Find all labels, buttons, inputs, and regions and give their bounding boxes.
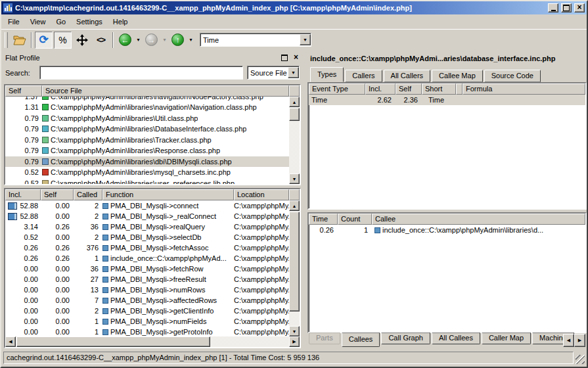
function-vscroll-thumb[interactable] bbox=[289, 212, 300, 311]
menu-view[interactable]: View bbox=[25, 16, 51, 28]
tab-callers[interactable]: Callers bbox=[345, 70, 382, 82]
file-scroll-down-icon[interactable] bbox=[289, 173, 300, 184]
function-col-self[interactable]: Self bbox=[41, 189, 74, 200]
function-row[interactable]: 0.000.001PMA_DBI_Mysqli->numFieldsC:\xam… bbox=[5, 316, 289, 327]
tab-callees[interactable]: Callees bbox=[342, 333, 380, 347]
function-row[interactable]: 52.880.002PMA_DBI_Mysqli->connectC:\xamp… bbox=[5, 200, 289, 211]
callees-col-time[interactable]: Time bbox=[309, 214, 338, 225]
function-scroll-down-icon[interactable] bbox=[289, 326, 300, 336]
types-col-short[interactable]: Short bbox=[422, 83, 456, 95]
function-row[interactable]: 0.260.261include_once::C:\xampp\phpMyAd.… bbox=[5, 253, 289, 264]
file-row[interactable]: 0.79C:\xampp\phpMyAdmin\libraries\Databa… bbox=[5, 124, 289, 135]
forward-dropdown[interactable] bbox=[161, 33, 168, 47]
tab-scroll-right-icon[interactable] bbox=[574, 334, 585, 347]
menu-help[interactable]: Help bbox=[108, 16, 133, 28]
function-scroll-up-icon[interactable] bbox=[289, 200, 300, 211]
types-col-self[interactable]: Self bbox=[396, 83, 422, 95]
tab-call-graph[interactable]: Call Graph bbox=[381, 333, 430, 344]
function-row[interactable]: 0.000.007PMA_DBI_Mysqli->affectedRowsC:\… bbox=[5, 295, 289, 306]
tab-caller-map[interactable]: Caller Map bbox=[482, 333, 531, 344]
function-row[interactable]: 0.000.001PMA_DBI_Mysqli->getProtoInfoC:\… bbox=[5, 327, 289, 336]
toolbar-grip[interactable] bbox=[5, 32, 8, 48]
file-path: C:\xampp\phpMyAdmin\libraries\DatabaseIn… bbox=[51, 125, 246, 133]
function-col-function[interactable]: Function bbox=[102, 189, 234, 200]
up-dropdown[interactable] bbox=[187, 33, 194, 47]
reload-button[interactable] bbox=[35, 32, 53, 49]
file-row[interactable]: 0.52C:\xampp\phpMyAdmin\libraries\user_p… bbox=[5, 178, 289, 185]
minimize-button[interactable] bbox=[548, 3, 558, 12]
close-button[interactable] bbox=[574, 3, 585, 12]
dock-float-icon[interactable] bbox=[279, 54, 289, 62]
detail-panel: include_once::C:\xampp\phpMyAdmi...aries… bbox=[306, 51, 585, 348]
tab-scroll-left-icon[interactable] bbox=[563, 334, 574, 347]
function-scroll-right-icon[interactable] bbox=[289, 336, 300, 347]
function-row[interactable]: 0.000.0013PMA_DBI_Mysqli->numRowsC:\xamp… bbox=[5, 285, 289, 295]
menu-file[interactable]: File bbox=[3, 16, 25, 28]
event-type-dropdown-icon[interactable] bbox=[300, 34, 311, 45]
callee-row[interactable]: 0.261include_once::C:\xampp\phpMyAdmin\l… bbox=[309, 225, 585, 235]
file-row[interactable]: 0.79C:\xampp\phpMyAdmin\libraries\dbi\DB… bbox=[5, 156, 289, 168]
file-row[interactable]: 1.37C:\xampp\phpMyAdmin\libraries\naviga… bbox=[5, 97, 289, 102]
function-col-incl[interactable]: Incl. bbox=[5, 189, 41, 200]
file-row[interactable]: 0.52C:\xampp\phpMyAdmin\libraries\mysql_… bbox=[5, 167, 289, 178]
event-type-combobox[interactable]: Time bbox=[200, 33, 311, 47]
tab-source-code[interactable]: Source Code bbox=[484, 70, 541, 82]
percent-relative-button[interactable] bbox=[54, 32, 72, 49]
function-row[interactable]: 3.140.2636PMA_DBI_Mysqli->realQueryC:\xa… bbox=[5, 221, 289, 232]
tab-callee-map[interactable]: Callee Map bbox=[432, 70, 483, 82]
move-button[interactable] bbox=[73, 32, 91, 49]
function-self-value: 0.00 bbox=[41, 328, 74, 336]
search-input[interactable] bbox=[39, 66, 243, 80]
group-dropdown-icon[interactable] bbox=[288, 67, 299, 78]
forward-button[interactable] bbox=[143, 32, 160, 49]
types-col-spacer[interactable] bbox=[456, 83, 463, 95]
menu-go[interactable]: Go bbox=[51, 16, 71, 28]
menu-bar: FileViewGoSettingsHelp bbox=[1, 14, 587, 29]
file-row[interactable]: 1.31C:\xampp\phpMyAdmin\libraries\naviga… bbox=[5, 102, 289, 113]
function-row[interactable]: 0.520.002PMA_DBI_Mysqli->selectDbC:\xamp… bbox=[5, 232, 289, 242]
callees-col-callee[interactable]: Callee bbox=[372, 214, 585, 225]
function-row[interactable]: 0.260.26376PMA_DBI_Mysqli->fetchAssocC:\… bbox=[5, 242, 289, 253]
file-color-icon bbox=[42, 104, 49, 110]
open-file-button[interactable] bbox=[11, 32, 28, 49]
function-col-location[interactable]: Location bbox=[234, 189, 289, 200]
function-hscrollbar[interactable] bbox=[5, 336, 300, 347]
group-combobox[interactable]: Source File bbox=[247, 66, 300, 80]
function-row[interactable]: 52.880.002PMA_DBI_Mysqli->_realConnectC:… bbox=[5, 211, 289, 221]
file-row[interactable]: 0.79C:\xampp\phpMyAdmin\libraries\Tracke… bbox=[5, 135, 289, 146]
tab-types[interactable]: Types bbox=[310, 67, 344, 82]
function-row[interactable]: 0.000.002PMA_DBI_Mysqli->getClientInfoC:… bbox=[5, 306, 289, 316]
file-col-self[interactable]: Self bbox=[5, 85, 42, 97]
back-dropdown[interactable] bbox=[135, 33, 142, 47]
function-location: C:\xampp\phpMy... bbox=[234, 244, 289, 252]
file-scroll-thumb[interactable] bbox=[289, 108, 300, 121]
function-row[interactable]: 0.000.0027PMA_DBI_Mysqli->freeResultC:\x… bbox=[5, 274, 289, 285]
function-vscrollbar[interactable] bbox=[289, 200, 300, 336]
types-col-event-type[interactable]: Event Type bbox=[309, 83, 365, 95]
callees-col-count[interactable]: Count bbox=[338, 214, 372, 225]
file-col-source-file[interactable]: Source File bbox=[42, 85, 289, 97]
back-button[interactable] bbox=[116, 32, 134, 49]
tab-all-callers[interactable]: All Callers bbox=[384, 70, 431, 82]
types-col-incl-[interactable]: Incl. bbox=[365, 83, 396, 95]
flat-profile-panel: Flat Profile Search: Source File SelfSou… bbox=[3, 51, 302, 348]
dock-titlebar[interactable]: Flat Profile bbox=[5, 53, 301, 63]
maximize-button[interactable] bbox=[561, 3, 572, 12]
title-bar[interactable]: C:\xampp\tmp\cachegrind.out.1416463299-C… bbox=[1, 1, 587, 14]
function-row[interactable]: 0.000.0036PMA_DBI_Mysqli->fetchRowC:\xam… bbox=[5, 264, 289, 274]
types-col-formula[interactable]: Formula bbox=[463, 83, 585, 95]
tab-all-callees[interactable]: All Callees bbox=[432, 333, 480, 344]
dock-close-icon[interactable] bbox=[291, 54, 301, 62]
function-scroll-left-icon[interactable] bbox=[5, 336, 16, 347]
swap-icon-button[interactable] bbox=[92, 32, 110, 49]
file-row[interactable]: 0.79C:\xampp\phpMyAdmin\libraries\Respon… bbox=[5, 145, 289, 156]
function-hscroll-thumb[interactable] bbox=[16, 336, 210, 347]
file-scroll-up-icon[interactable] bbox=[289, 97, 300, 107]
up-button[interactable] bbox=[169, 32, 187, 49]
menu-settings[interactable]: Settings bbox=[71, 16, 108, 28]
resize-grip[interactable] bbox=[576, 355, 585, 364]
event-type-row[interactable]: Time2.622.36Time bbox=[309, 95, 585, 105]
function-col-called[interactable]: Called bbox=[74, 189, 102, 200]
file-list-vscrollbar[interactable] bbox=[289, 97, 300, 184]
file-row[interactable]: 0.79C:\xampp\phpMyAdmin\libraries\Util.c… bbox=[5, 113, 289, 124]
